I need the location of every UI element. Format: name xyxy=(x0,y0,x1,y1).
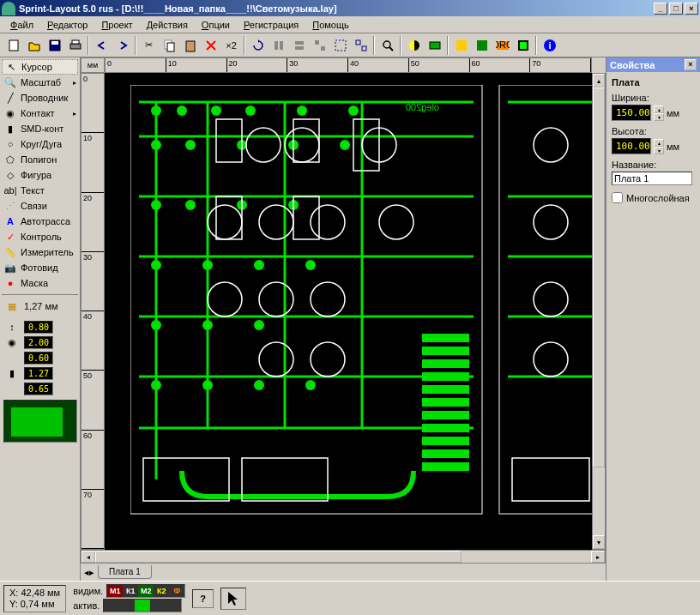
delete-button[interactable] xyxy=(201,36,220,55)
open-button[interactable] xyxy=(24,36,44,55)
undo-button[interactable] xyxy=(92,36,112,55)
svg-rect-10 xyxy=(335,40,346,51)
track-icon: ╱ xyxy=(3,91,17,105)
pad-outer[interactable]: ◉2.00 xyxy=(2,335,78,350)
svg-point-50 xyxy=(185,200,196,210)
smd-h[interactable]: 0.65 xyxy=(2,381,78,396)
width-spinner[interactable]: ▴▾ xyxy=(654,106,664,121)
menu-file[interactable]: Файл xyxy=(3,18,40,32)
tool-connect[interactable]: ⋰Связи xyxy=(2,198,78,214)
pad-inner[interactable]: 0.60 xyxy=(2,350,78,365)
zoom-button[interactable] xyxy=(377,36,397,55)
layer-active[interactable] xyxy=(103,599,182,612)
tool-test[interactable]: ✓Контроль xyxy=(2,229,78,244)
macro-button[interactable] xyxy=(425,36,444,55)
tool-label: Круг/Дуга xyxy=(21,139,62,149)
track-width[interactable]: ↕0.80 xyxy=(2,319,78,335)
param-value: 0.65 xyxy=(24,383,53,395)
components-button[interactable] xyxy=(513,36,533,55)
maximize-button[interactable]: □ xyxy=(669,3,683,15)
pad-outer-icon: ◉ xyxy=(3,335,21,349)
tool-smd[interactable]: ▮SMD-конт xyxy=(2,121,78,136)
tool-photo[interactable]: 📷Фотовид xyxy=(2,260,78,275)
scroll-right-icon[interactable]: ▸ xyxy=(591,551,605,563)
tool-cursor[interactable]: ↖Курсор xyxy=(2,59,78,75)
tool-text[interactable]: ab|Текст xyxy=(2,183,78,198)
rotate-button[interactable] xyxy=(248,36,268,55)
layer-visibility[interactable]: М1 К1 М2 К2 Ф xyxy=(106,584,185,598)
ungroup-button[interactable] xyxy=(351,36,371,55)
tool-zoom[interactable]: 🔍Масштаб▸ xyxy=(2,75,78,90)
statusbar: X: 42,48 мм Y: 0,74 мм видим. М1 К1 М2 К… xyxy=(0,581,700,615)
group-button[interactable] xyxy=(330,36,350,55)
redo-button[interactable] xyxy=(112,36,132,55)
menu-edit[interactable]: Редактор xyxy=(40,18,94,32)
test-icon: ✓ xyxy=(3,230,17,244)
contrast-button[interactable] xyxy=(404,36,424,55)
mirror-h-button[interactable] xyxy=(269,36,288,55)
library-button[interactable] xyxy=(451,36,471,55)
smd-w[interactable]: ▮1.27 xyxy=(2,365,78,381)
menu-actions[interactable]: Действия xyxy=(140,18,195,32)
svg-rect-83 xyxy=(422,334,469,342)
scroll-down-icon[interactable]: ▾ xyxy=(593,535,605,549)
menu-options[interactable]: Опции xyxy=(195,18,237,32)
paste-button[interactable] xyxy=(180,36,200,55)
drc-button[interactable]: DRC xyxy=(492,36,512,55)
tool-polygon[interactable]: ⬠Полигон xyxy=(2,152,78,167)
scrollbar-vertical[interactable]: ▴ ▾ xyxy=(592,73,606,550)
duplicate-button[interactable]: ×2 xyxy=(221,36,241,55)
menu-project[interactable]: Проект xyxy=(94,18,139,32)
minimize-button[interactable]: _ xyxy=(654,3,667,15)
tool-shape[interactable]: ◇Фигура xyxy=(2,167,78,183)
info-button[interactable]: i xyxy=(540,36,559,55)
svg-rect-3 xyxy=(70,44,81,49)
multilayer-checkbox[interactable] xyxy=(612,192,623,203)
height-label: Высота: xyxy=(612,126,695,136)
cut-button[interactable]: ✂ xyxy=(139,36,159,55)
width-field[interactable]: 150.00 xyxy=(612,105,651,121)
tool-label: Контакт xyxy=(21,108,55,118)
scroll-left-icon[interactable]: ◂ xyxy=(81,551,95,563)
svg-point-99 xyxy=(534,128,568,162)
save-button[interactable] xyxy=(45,36,64,55)
copy-button[interactable] xyxy=(160,36,179,55)
tool-label: Курсор xyxy=(21,62,52,72)
scroll-up-icon[interactable]: ▴ xyxy=(593,74,605,87)
svg-point-38 xyxy=(151,106,161,116)
tab-board-1[interactable]: Плата 1 xyxy=(98,565,152,579)
text-icon: ab| xyxy=(3,184,17,197)
scroll-thumb[interactable] xyxy=(95,551,462,563)
close-button[interactable]: × xyxy=(685,3,698,15)
pcb-canvas[interactable]: oleg200 xyxy=(105,73,592,550)
tool-pad[interactable]: ◉Контакт▸ xyxy=(2,106,78,121)
height-field[interactable]: 100.00 xyxy=(612,138,651,154)
mirror-v-button[interactable] xyxy=(289,36,309,55)
help-button[interactable]: ? xyxy=(192,589,214,608)
menu-help[interactable]: Помощь xyxy=(305,18,356,32)
name-field[interactable] xyxy=(612,172,692,185)
autoroute-icon: A xyxy=(3,214,17,228)
new-button[interactable] xyxy=(3,36,23,55)
zoom-icon: 🔍 xyxy=(3,75,17,89)
tool-track[interactable]: ╱Проводник xyxy=(2,90,78,106)
tool-autoroute[interactable]: AАвтотрасса xyxy=(2,214,78,229)
align-button[interactable] xyxy=(310,36,329,55)
scroll-thumb[interactable] xyxy=(593,87,605,467)
menu-register[interactable]: Регистрация xyxy=(237,18,305,32)
svg-rect-86 xyxy=(422,372,469,381)
scrollbar-horizontal[interactable]: ◂ ▸ xyxy=(81,550,606,564)
tab-nav-icon[interactable]: ◂▸ xyxy=(84,567,94,578)
tool-label: Связи xyxy=(21,201,47,211)
tool-mask[interactable]: ●Маска xyxy=(2,275,78,291)
print-button[interactable] xyxy=(65,36,85,55)
svg-rect-76 xyxy=(216,119,242,162)
tool-measure[interactable]: 📏Измеритель xyxy=(2,244,78,260)
grid-setting[interactable]: ▦1,27 мм xyxy=(2,298,78,314)
board-preview[interactable] xyxy=(3,400,77,443)
tool-circle[interactable]: ○Круг/Дуга xyxy=(2,136,78,152)
svg-point-59 xyxy=(254,320,264,330)
properties-button[interactable] xyxy=(472,36,492,55)
properties-close-button[interactable]: × xyxy=(685,59,697,70)
height-spinner[interactable]: ▴▾ xyxy=(654,139,664,154)
